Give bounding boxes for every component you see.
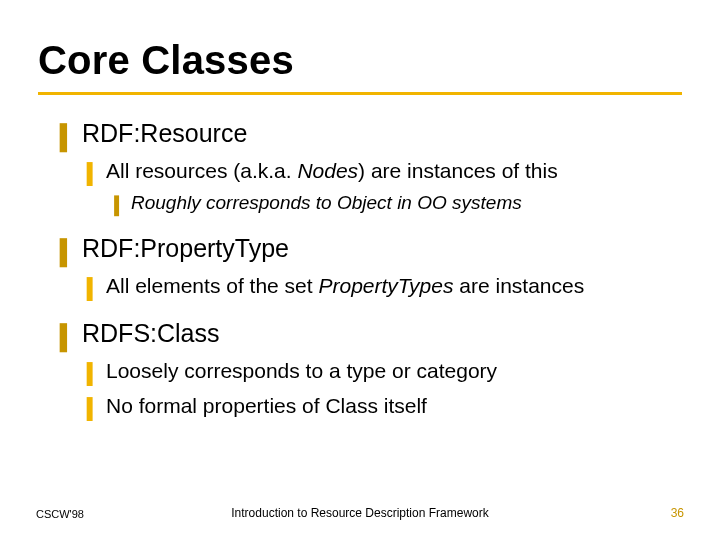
bullet-level2: ❚ All elements of the set PropertyTypes … bbox=[83, 272, 675, 299]
bullet-text: RDF:PropertyType bbox=[82, 233, 289, 264]
footer-center: Introduction to Resource Description Fra… bbox=[0, 506, 720, 520]
bullet-icon: ❚ bbox=[83, 277, 96, 300]
bullet-text: RDF:Resource bbox=[82, 118, 247, 149]
bullet-level1: ❚ RDF:PropertyType bbox=[55, 233, 675, 264]
text-emphasis: PropertyTypes bbox=[318, 274, 453, 297]
text-fragment: are instances bbox=[453, 274, 584, 297]
bullet-level3: ❚ Roughly corresponds to Object in OO sy… bbox=[111, 191, 675, 216]
bullet-icon: ❚ bbox=[55, 121, 72, 149]
bullet-icon: ❚ bbox=[111, 194, 122, 214]
text-fragment: ) are instances of this bbox=[358, 159, 558, 182]
text-fragment: No formal properties of Class itself bbox=[106, 394, 427, 417]
bullet-text: Roughly corresponds to Object in OO syst… bbox=[131, 191, 522, 216]
bullet-text: All resources (a.k.a. Nodes) are instanc… bbox=[106, 157, 558, 184]
bullet-icon: ❚ bbox=[83, 397, 96, 420]
bullet-level2: ❚ No formal properties of Class itself bbox=[83, 392, 675, 419]
text-fragment: All elements of the set bbox=[106, 274, 318, 297]
bullet-text: All elements of the set PropertyTypes ar… bbox=[106, 272, 584, 299]
content-area: ❚ RDF:Resource ❚ All resources (a.k.a. N… bbox=[55, 118, 675, 420]
bullet-icon: ❚ bbox=[83, 361, 96, 384]
bullet-icon: ❚ bbox=[55, 236, 72, 264]
bullet-text: No formal properties of Class itself bbox=[106, 392, 427, 419]
text-fragment: Loosely corresponds to a type or categor… bbox=[106, 359, 497, 382]
bullet-icon: ❚ bbox=[55, 321, 72, 349]
bullet-icon: ❚ bbox=[83, 162, 96, 185]
bullet-level1: ❚ RDF:Resource bbox=[55, 118, 675, 149]
bullet-level2: ❚ Loosely corresponds to a type or categ… bbox=[83, 357, 675, 384]
bullet-text: RDFS:Class bbox=[82, 318, 220, 349]
bullet-level2: ❚ All resources (a.k.a. Nodes) are insta… bbox=[83, 157, 675, 184]
bullet-text: Loosely corresponds to a type or categor… bbox=[106, 357, 497, 384]
slide: Core Classes ❚ RDF:Resource ❚ All resour… bbox=[0, 0, 720, 540]
title-underline bbox=[38, 92, 682, 95]
slide-title: Core Classes bbox=[38, 38, 294, 83]
bullet-level1: ❚ RDFS:Class bbox=[55, 318, 675, 349]
text-emphasis: Nodes bbox=[297, 159, 358, 182]
footer-page-number: 36 bbox=[671, 506, 684, 520]
text-fragment: All resources (a.k.a. bbox=[106, 159, 297, 182]
